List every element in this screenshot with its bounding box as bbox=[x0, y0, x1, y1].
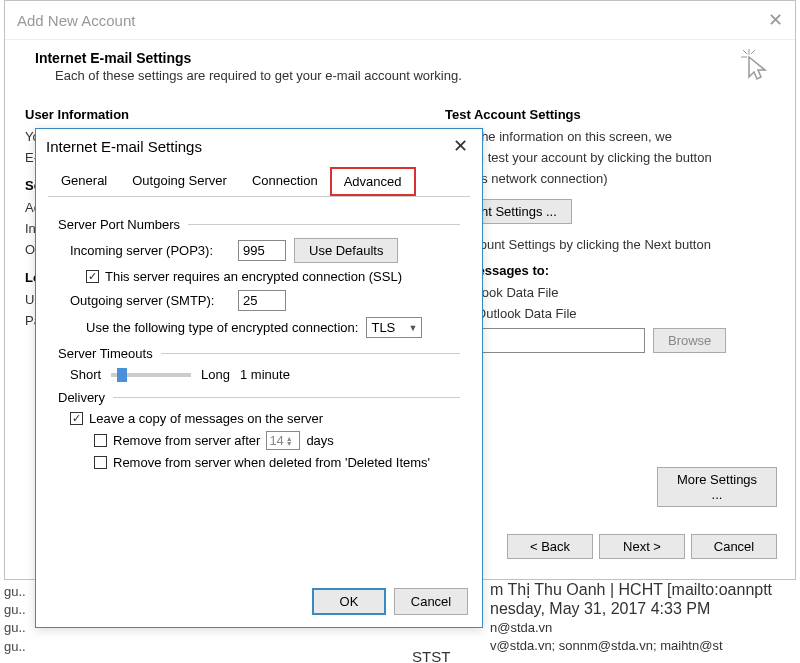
tab-connection[interactable]: Connection bbox=[239, 167, 331, 196]
ok-button[interactable]: OK bbox=[312, 588, 386, 615]
tab-advanced[interactable]: Advanced bbox=[330, 167, 416, 196]
test-text-3: equires network connection) bbox=[445, 168, 775, 189]
port-numbers-label: Server Port Numbers bbox=[58, 217, 188, 232]
days-unit: days bbox=[306, 433, 333, 448]
use-defaults-button[interactable]: Use Defaults bbox=[294, 238, 398, 263]
cursor-icon bbox=[741, 47, 775, 91]
bg-sender-name: m Thị Thu Oanh | HCHT [mailto:oannptt bbox=[490, 580, 772, 599]
encryption-value: TLS bbox=[371, 320, 395, 335]
email-settings-dialog: Internet E-mail Settings ✕ General Outgo… bbox=[35, 128, 483, 628]
test-text-2: nd you test your account by clicking the… bbox=[445, 147, 775, 168]
outgoing-port-input[interactable] bbox=[238, 290, 286, 311]
new-data-file-option: w Outlook Data File bbox=[445, 282, 775, 303]
bg-row-4: gu.. bbox=[4, 638, 26, 656]
port-numbers-section: Server Port Numbers bbox=[58, 217, 460, 232]
timeout-duration: 1 minute bbox=[240, 367, 290, 382]
deliver-heading: ew messages to: bbox=[445, 263, 775, 278]
bg-row-2: gu.. bbox=[4, 601, 26, 619]
test-settings-heading: Test Account Settings bbox=[445, 107, 775, 122]
tab-strip: General Outgoing Server Connection Advan… bbox=[48, 167, 470, 197]
bg-email-2: v@stda.vn; sonnm@stda.vn; maihtn@st bbox=[490, 638, 723, 653]
delivery-label: Delivery bbox=[58, 390, 113, 405]
sub-dialog-title: Internet E-mail Settings bbox=[46, 138, 202, 155]
timeout-slider[interactable] bbox=[111, 373, 191, 377]
wizard-title: Internet E-mail Settings bbox=[35, 50, 765, 66]
close-icon[interactable]: ✕ bbox=[768, 9, 783, 31]
remove-deleted-label: Remove from server when deleted from 'De… bbox=[113, 455, 430, 470]
bg-email-list: gu.. gu.. gu.. gu.. bbox=[4, 583, 26, 656]
svg-line-3 bbox=[751, 50, 755, 54]
outgoing-server-label: Outgoing server (SMTP): bbox=[70, 293, 230, 308]
leave-copy-checkbox[interactable]: ✓ bbox=[70, 412, 83, 425]
chevron-down-icon: ▼ bbox=[409, 323, 418, 333]
bg-row-3: gu.. bbox=[4, 619, 26, 637]
leave-copy-label: Leave a copy of messages on the server bbox=[89, 411, 323, 426]
timeouts-section: Server Timeouts bbox=[58, 346, 460, 361]
dialog-title: Add New Account bbox=[17, 12, 135, 29]
slider-thumb[interactable] bbox=[117, 368, 127, 382]
next-button[interactable]: Next > bbox=[599, 534, 685, 559]
days-spinner[interactable]: 14 ▲▼ bbox=[266, 431, 300, 450]
encryption-select[interactable]: TLS ▼ bbox=[366, 317, 422, 338]
dialog-title-bar: Add New Account ✕ bbox=[5, 1, 795, 40]
sub-dialog-title-bar: Internet E-mail Settings ✕ bbox=[36, 129, 482, 163]
remove-deleted-checkbox[interactable] bbox=[94, 456, 107, 469]
sub-cancel-button[interactable]: Cancel bbox=[394, 588, 468, 615]
bg-row-1: gu.. bbox=[4, 583, 26, 601]
remove-after-checkbox[interactable] bbox=[94, 434, 107, 447]
sub-close-icon[interactable]: ✕ bbox=[449, 135, 472, 157]
existing-data-file-option: sting Outlook Data File bbox=[445, 303, 775, 324]
ssl-checkbox[interactable]: ✓ bbox=[86, 270, 99, 283]
auto-test-text: st Account Settings by clicking the Next… bbox=[445, 234, 775, 255]
browse-button[interactable]: Browse bbox=[653, 328, 726, 353]
tab-outgoing-server[interactable]: Outgoing Server bbox=[119, 167, 240, 196]
test-text-1: g out the information on this screen, we bbox=[445, 126, 775, 147]
bg-email-1: n@stda.vn bbox=[490, 620, 552, 635]
bg-subject: STST bbox=[412, 648, 450, 663]
timeouts-label: Server Timeouts bbox=[58, 346, 161, 361]
incoming-port-input[interactable] bbox=[238, 240, 286, 261]
tab-general[interactable]: General bbox=[48, 167, 120, 196]
back-button[interactable]: < Back bbox=[507, 534, 593, 559]
bg-date: nesday, May 31, 2017 4:33 PM bbox=[490, 600, 710, 618]
encryption-label: Use the following type of encrypted conn… bbox=[86, 320, 358, 335]
timeout-short-label: Short bbox=[70, 367, 101, 382]
cancel-button[interactable]: Cancel bbox=[691, 534, 777, 559]
more-settings-button[interactable]: More Settings ... bbox=[657, 467, 777, 507]
timeout-long-label: Long bbox=[201, 367, 230, 382]
delivery-section: Delivery bbox=[58, 390, 460, 405]
wizard-header: Internet E-mail Settings Each of these s… bbox=[5, 40, 795, 97]
wizard-subtitle: Each of these settings are required to g… bbox=[35, 68, 765, 83]
ssl-label: This server requires an encrypted connec… bbox=[105, 269, 402, 284]
days-value: 14 bbox=[269, 433, 283, 448]
incoming-server-label: Incoming server (POP3): bbox=[70, 243, 230, 258]
svg-line-2 bbox=[743, 50, 747, 54]
remove-after-label: Remove from server after bbox=[113, 433, 260, 448]
user-info-heading: User Information bbox=[25, 107, 445, 122]
